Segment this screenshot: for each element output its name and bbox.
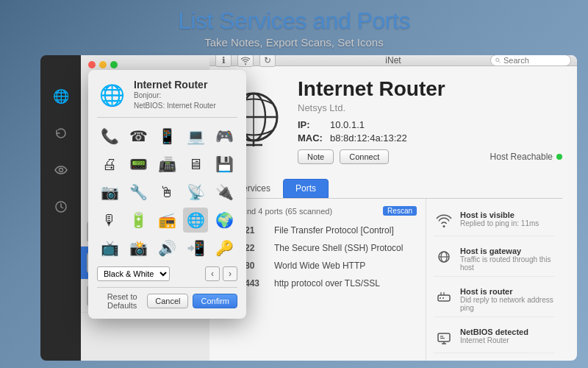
- port-name-22: The Secure Shell (SSH) Protocol: [274, 243, 403, 253]
- icon-cell-wrench[interactable]: 🔧: [126, 180, 151, 205]
- icon-cell-mobile2[interactable]: 📲: [183, 236, 208, 261]
- icon-cell-printer[interactable]: 🖨: [97, 152, 122, 177]
- picker-btn-group: Cancel Confirm: [147, 294, 237, 308]
- device-header: Internet Router Netsys Ltd. IP: 10.0.1.1…: [224, 77, 562, 164]
- status-host-gateway: Host is gateway Traffic is routed throug…: [434, 242, 555, 277]
- device-company: Netsys Ltd.: [298, 102, 562, 113]
- device-list-panel: 🌐 Internet Router Bonjour: NetBIOS: Inte…: [81, 55, 209, 361]
- reachable-dot: [556, 154, 562, 160]
- picker-globe-icon: 🌐: [97, 80, 126, 110]
- icon-cell-phone2[interactable]: ☎: [126, 124, 151, 149]
- picker-nav: ‹ ›: [205, 266, 237, 281]
- reset-defaults-button[interactable]: Reset to Defaults: [97, 292, 147, 310]
- icon-grid: 📞 ☎ 📱 💻 🎮 🖨 📟 📠 🖥 💾 📷 🔧 🖱 📡 🔌 🎙 🔋 📻 🌐: [97, 124, 237, 261]
- gateway-title: Host is gateway: [460, 247, 555, 255]
- icon-cell-fax[interactable]: 📠: [154, 152, 179, 177]
- port-item-443: 443 http protocol over TLS/SSL: [224, 275, 426, 292]
- svg-point-11: [443, 225, 445, 227]
- tab-ports[interactable]: Ports: [283, 179, 329, 198]
- ip-label: IP:: [298, 119, 326, 130]
- note-button[interactable]: Note: [298, 149, 334, 164]
- picker-next[interactable]: ›: [223, 266, 237, 281]
- picker-title: Internet Router: [134, 79, 216, 91]
- icon-cell-key[interactable]: 🔑: [212, 236, 237, 261]
- icon-cell-globe[interactable]: 🌐: [183, 208, 208, 233]
- ip-value: 10.0.1.1: [330, 119, 365, 130]
- icon-cell-mobile[interactable]: 📱: [154, 124, 179, 149]
- icon-cell-mouse[interactable]: 🖱: [154, 180, 179, 205]
- reachable-label: Host Reachable: [490, 152, 553, 162]
- icon-cell-desktop[interactable]: 🖥: [183, 152, 208, 177]
- port-number-80: 80: [245, 261, 267, 271]
- icon-cell-mic[interactable]: 🎙: [97, 208, 122, 233]
- info-icon-button[interactable]: ℹ: [215, 55, 232, 67]
- icon-cell-camera2[interactable]: 📸: [126, 236, 151, 261]
- connect-button[interactable]: Connect: [340, 149, 389, 164]
- picker-bonjour: Bonjour: NetBIOS: Internet Router: [134, 91, 216, 111]
- icon-cell-battery[interactable]: 🔋: [126, 208, 151, 233]
- netbios-text: NetBIOS detected Internet Router: [460, 328, 555, 344]
- router-status-icon: [434, 287, 454, 308]
- icon-cell-phone[interactable]: 📞: [97, 124, 122, 149]
- search-icon: [495, 57, 501, 64]
- titlebar-icons: ℹ ↻: [215, 55, 276, 67]
- port-item-21: 21 File Transfer Protocol [Control]: [224, 222, 426, 239]
- svg-point-19: [442, 297, 444, 299]
- rescan-badge[interactable]: Rescan: [383, 206, 417, 216]
- picker-prev[interactable]: ‹: [205, 266, 220, 281]
- router-sub: Did reply to network address ping: [460, 296, 555, 312]
- icon-cell-speaker[interactable]: 🔊: [154, 236, 179, 261]
- style-select[interactable]: Black & White Color Dark: [97, 266, 170, 281]
- wifi-status-icon: [434, 210, 454, 231]
- status-panel: Host is visible Replied to ping in: 11ms: [426, 199, 562, 361]
- minimize-button[interactable]: [99, 61, 107, 68]
- netbios-status-icon: [434, 328, 454, 348]
- search-input[interactable]: [503, 56, 566, 65]
- refresh-icon-button[interactable]: ↻: [259, 55, 276, 67]
- hero-subtitle: Take Notes, Export Scans, Set Icons: [0, 36, 588, 49]
- status-host-visible: Host is visible Replied to ping in: 11ms: [434, 206, 555, 236]
- close-button[interactable]: [88, 61, 96, 68]
- mac-label: MAC:: [298, 132, 326, 144]
- icon-cell-gamepad[interactable]: 🎮: [212, 124, 237, 149]
- sidebar-icon-eye[interactable]: [49, 158, 73, 182]
- port-number-21: 21: [245, 225, 267, 236]
- icon-cell-globe2[interactable]: 🌍: [212, 208, 237, 233]
- device-ip: IP: 10.0.1.1: [298, 119, 562, 130]
- port-item-80: 80 World Wide Web HTTP: [224, 257, 426, 275]
- icon-cell-tv[interactable]: 📺: [97, 236, 122, 261]
- icon-cell-laptop[interactable]: 💻: [183, 124, 208, 149]
- gateway-text: Host is gateway Traffic is routed throug…: [460, 247, 555, 272]
- icon-cell-pager[interactable]: 📟: [126, 152, 151, 177]
- cancel-button[interactable]: Cancel: [147, 294, 188, 308]
- sidebar-icon-clock[interactable]: [49, 195, 73, 219]
- confirm-button[interactable]: Confirm: [193, 294, 237, 308]
- icon-cell-satellite[interactable]: 📡: [183, 180, 208, 205]
- ports-content: Found 4 ports (65 scanned) Rescan 21 Fil…: [224, 199, 562, 361]
- icon-cell-radio[interactable]: 📻: [154, 208, 179, 233]
- svg-line-4: [499, 61, 501, 63]
- status-netbios: NetBIOS detected Internet Router: [434, 323, 555, 353]
- status-host-router: Host is router Did reply to network addr…: [434, 283, 555, 317]
- host-visible-sub: Replied to ping in: 11ms: [460, 219, 555, 227]
- icon-cell-disk[interactable]: 💾: [212, 152, 237, 177]
- port-number-22: 22: [245, 243, 267, 253]
- host-visible-title: Host is visible: [460, 210, 555, 219]
- port-name-21: File Transfer Protocol [Control]: [274, 225, 394, 236]
- port-number-443: 443: [245, 278, 267, 289]
- search-box[interactable]: [490, 55, 571, 66]
- icon-picker: 🌐 Internet Router Bonjour: NetBIOS: Inte…: [88, 70, 246, 319]
- svg-rect-20: [438, 333, 450, 342]
- sidebar-icon-refresh[interactable]: [49, 121, 73, 145]
- icon-cell-plug[interactable]: 🔌: [212, 180, 237, 205]
- icon-cell-camera[interactable]: 📷: [97, 180, 122, 205]
- port-item-22: 22 The Secure Shell (SSH) Protocol: [224, 239, 426, 257]
- sidebar-icon-network[interactable]: 🌐: [49, 85, 73, 108]
- svg-point-0: [59, 169, 62, 172]
- svg-point-3: [496, 58, 499, 61]
- main-content: ℹ ↻: [209, 55, 577, 361]
- maximize-button[interactable]: [110, 61, 118, 68]
- wifi-icon-button[interactable]: [237, 55, 254, 67]
- host-visible-text: Host is visible Replied to ping in: 11ms: [460, 210, 555, 227]
- device-detail: Internet Router Netsys Ltd. IP: 10.0.1.1…: [209, 66, 577, 361]
